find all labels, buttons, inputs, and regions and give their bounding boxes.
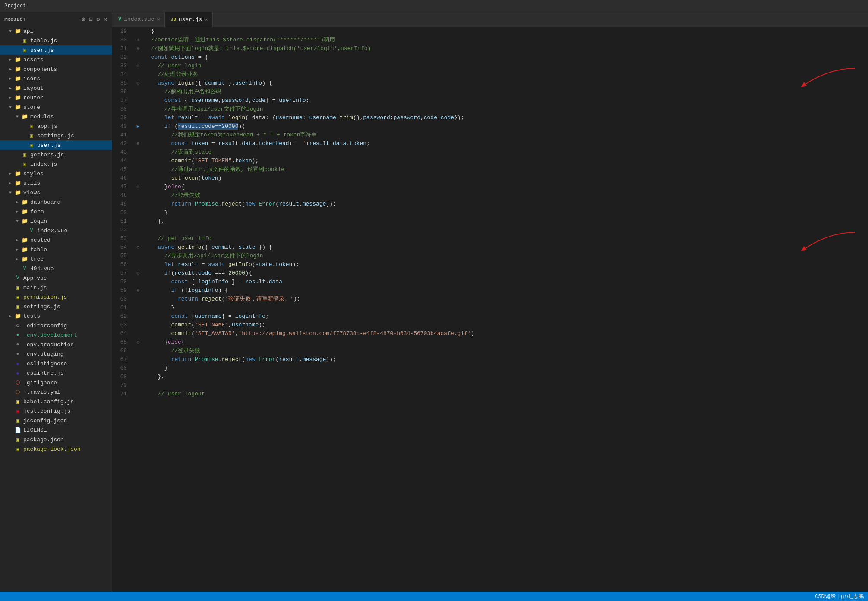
sidebar-item-eslintignore[interactable]: ◈ .eslintignore [0, 359, 112, 368]
tab-close-user-js[interactable]: ✕ [205, 16, 208, 23]
babel-icon: ▣ [14, 399, 22, 405]
line-number: 33 [112, 62, 134, 70]
sidebar-item-table-js[interactable]: ▣ table.js [0, 36, 112, 45]
sidebar-item-label: index.vue [37, 228, 67, 234]
sidebar-item-dashboard[interactable]: ▶ 📁 dashboard [0, 197, 112, 207]
sidebar-item-env-staging[interactable]: ● .env.staging [0, 349, 112, 359]
line-gutter [134, 70, 142, 79]
sidebar-item-env-dev[interactable]: ● .env.development [0, 330, 112, 340]
collapse-icon[interactable]: ⊟ [89, 16, 93, 23]
sidebar-item-user-js[interactable]: ▣ user.js [0, 45, 112, 55]
sidebar-item-label: index.js [30, 161, 57, 168]
sidebar-item-views[interactable]: ▼ 📁 views [0, 188, 112, 197]
sidebar-item-icons[interactable]: ▶ 📁 icons [0, 74, 112, 83]
sidebar-item-styles[interactable]: ▶ 📁 styles [0, 169, 112, 178]
folder-icon: 📁 [21, 218, 28, 225]
sidebar-item-jest[interactable]: ▣ jest.config.js [0, 406, 112, 416]
code-editor[interactable]: 29 } 30 ⊕ //action监听，通过this.$store.dispa… [112, 27, 868, 592]
sidebar-item-form[interactable]: ▶ 📁 form [0, 207, 112, 216]
line-content: } [142, 27, 868, 36]
sidebar-item-env-prod[interactable]: ● .env.production [0, 340, 112, 349]
env-icon: ● [14, 332, 22, 338]
json-icon: ▣ [14, 446, 22, 452]
close-sidebar-icon[interactable]: ✕ [104, 16, 107, 23]
title-bar: Project [0, 0, 868, 12]
sidebar-item-getters-js[interactable]: ▣ getters.js [0, 150, 112, 159]
sidebar-item-store[interactable]: ▼ 📁 store [0, 102, 112, 112]
line-content: if(result.code === 20000){ [142, 269, 868, 278]
code-line-66: 66 //登录失败 [112, 347, 868, 355]
sidebar-item-index-vue[interactable]: V index.vue [0, 226, 112, 235]
sidebar-item-login[interactable]: ▼ 📁 login [0, 216, 112, 226]
line-number: 66 [112, 347, 134, 355]
line-number: 48 [112, 191, 134, 200]
settings-icon[interactable]: ⚙ [96, 16, 100, 23]
line-content: const { username,password,code} = userIn… [142, 96, 868, 105]
sidebar-item-gitignore[interactable]: ⬡ .gitignore [0, 378, 112, 387]
sidebar-item-settings-js2[interactable]: ▣ settings.js [0, 302, 112, 311]
sidebar-item-layout[interactable]: ▶ 📁 layout [0, 83, 112, 93]
tab-label: user.js [179, 16, 202, 23]
sidebar-item-main-js[interactable]: ▣ main.js [0, 283, 112, 292]
sidebar-item-table[interactable]: ▶ 📁 table [0, 245, 112, 254]
line-gutter [134, 390, 142, 399]
sidebar-item-nested[interactable]: ▶ 📁 nested [0, 235, 112, 245]
line-content: // get user info [142, 234, 868, 243]
sidebar-item-permission-js[interactable]: ▣ permission.js [0, 292, 112, 302]
line-gutter [134, 27, 142, 36]
line-number: 36 [112, 88, 134, 96]
tab-user-js[interactable]: JS user.js ✕ [165, 12, 213, 27]
line-content: //异步调用/api/user文件下的login [142, 252, 868, 260]
sidebar-item-jsconfig[interactable]: ▣ jsconfig.json [0, 416, 112, 425]
sidebar-item-package-lock[interactable]: ▣ package-lock.json [0, 444, 112, 454]
sidebar-item-assets[interactable]: ▶ 📁 assets [0, 55, 112, 64]
line-content: async login({ commit },userInfo) { [142, 79, 868, 88]
line-gutter [134, 347, 142, 355]
code-line-37: 37 const { username,password,code} = use… [112, 96, 868, 105]
status-bar: CSDN@殷丨grd_志鹏 [0, 592, 868, 601]
vue-icon: V [21, 266, 28, 272]
sidebar-item-settings-js[interactable]: ▣ settings.js [0, 131, 112, 140]
sidebar-item-label: App.vue [23, 275, 47, 282]
sidebar-item-label: tests [23, 313, 40, 319]
sidebar-item-modules[interactable]: ▼ 📁 modules [0, 112, 112, 121]
line-gutter: ⊕ [134, 44, 142, 53]
sidebar-item-index-js[interactable]: ▣ index.js [0, 159, 112, 169]
sidebar-item-components[interactable]: ▶ 📁 components [0, 64, 112, 74]
line-gutter [134, 329, 142, 338]
tab-index-vue[interactable]: V index.vue ✕ [112, 12, 165, 27]
sidebar-item-app-vue[interactable]: V App.vue [0, 273, 112, 283]
vue-icon: V [14, 275, 22, 281]
sidebar-item-license[interactable]: 📄 LICENSE [0, 425, 112, 435]
sidebar-item-eslintrc[interactable]: ◈ .eslintrc.js [0, 368, 112, 378]
sidebar-item-label: table.js [30, 38, 57, 44]
sidebar-item-label: jsconfig.json [23, 418, 67, 424]
sidebar-item-app-js[interactable]: ▣ app.js [0, 121, 112, 131]
sidebar-item-api[interactable]: ▼ 📁 api [0, 26, 112, 36]
dot-icon: ⚙ [14, 323, 22, 329]
tab-close-index-vue[interactable]: ✕ [157, 16, 160, 22]
sidebar-item-tree[interactable]: ▶ 📁 tree [0, 254, 112, 264]
folder-icon: 📁 [21, 199, 28, 206]
line-content: const token = result.data.tokenHead+' '+… [142, 139, 868, 148]
sidebar-item-babel[interactable]: ▣ babel.config.js [0, 397, 112, 406]
sidebar-item-package-json[interactable]: ▣ package.json [0, 435, 112, 444]
sidebar-item-travis[interactable]: ⬡ .travis.yml [0, 387, 112, 397]
sidebar-item-user-js-modules[interactable]: ▣ user.js ◀ [0, 140, 112, 150]
code-line-65: 65 ⊖ }else{ [112, 338, 868, 347]
js-icon: ▣ [21, 161, 28, 168]
line-number: 58 [112, 278, 134, 286]
sidebar-item-editorconfig[interactable]: ⚙ .editorconfig [0, 321, 112, 330]
line-gutter [134, 217, 142, 226]
line-number: 61 [112, 304, 134, 312]
code-line-29: 29 } [112, 27, 868, 36]
sidebar-item-utils[interactable]: ▶ 📁 utils [0, 178, 112, 188]
sidebar-item-404-vue[interactable]: V 404.vue [0, 264, 112, 273]
sidebar-item-router[interactable]: ▶ 📁 router [0, 93, 112, 102]
sidebar-item-label: layout [23, 85, 44, 92]
line-number: 40 [112, 122, 134, 131]
code-line-43: 43 //设置到state [112, 148, 868, 157]
new-file-icon[interactable]: ⊕ [82, 16, 85, 23]
sidebar-item-tests[interactable]: ▶ 📁 tests [0, 311, 112, 321]
vue-tab-icon: V [118, 16, 121, 22]
